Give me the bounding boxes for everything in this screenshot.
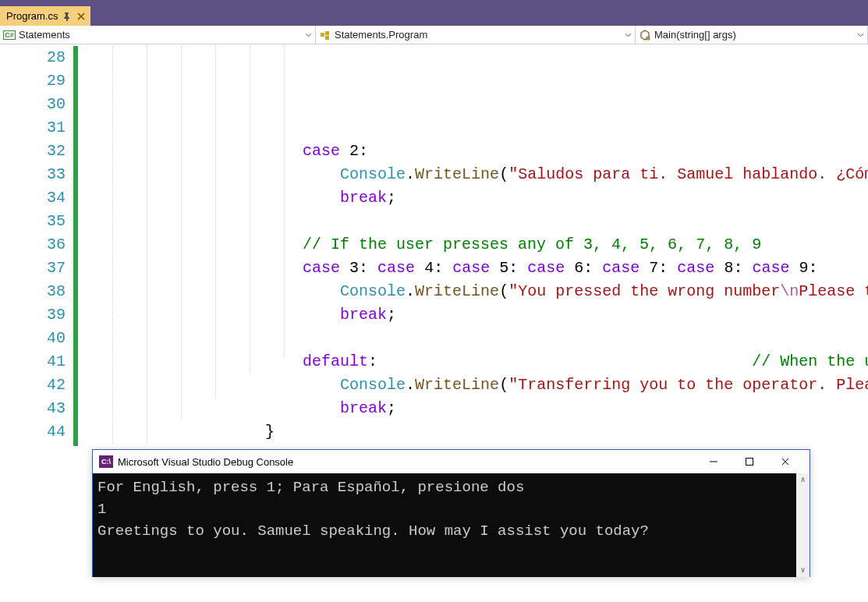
code-line[interactable]: Console.WriteLine("Transferring you to t… xyxy=(78,374,868,397)
line-number: 40 xyxy=(0,327,66,350)
console-line: 1 xyxy=(97,498,805,520)
code-line[interactable] xyxy=(78,210,868,233)
console-line: Greetings to you. Samuel speaking. How m… xyxy=(97,520,805,542)
line-number: 36 xyxy=(0,233,66,257)
line-number: 31 xyxy=(0,116,66,140)
close-button[interactable] xyxy=(767,450,803,473)
nav-class-label: Statements.Program xyxy=(335,29,427,41)
code-line[interactable]: } xyxy=(78,444,868,446)
class-icon xyxy=(319,29,331,41)
svg-rect-0 xyxy=(321,33,324,37)
line-number: 38 xyxy=(0,280,66,303)
chevron-down-icon[interactable] xyxy=(305,29,312,41)
code-line[interactable]: // If the user presses any of 3, 4, 5, 6… xyxy=(78,233,868,257)
code-area[interactable]: case 2: Console.WriteLine("Saludos para … xyxy=(78,44,868,446)
console-line: For English, press 1; Para Español, pres… xyxy=(97,476,805,498)
nav-namespace[interactable]: C# Statements xyxy=(0,26,316,44)
svg-rect-4 xyxy=(746,459,753,466)
console-app-icon: C:\ xyxy=(99,455,113,468)
nav-member-label: Main(string[] args) xyxy=(654,29,736,41)
line-number: 41 xyxy=(0,350,66,374)
line-number: 28 xyxy=(0,46,66,69)
console-scrollbar[interactable]: ∧ ∨ xyxy=(796,473,810,577)
line-number: 33 xyxy=(0,163,66,186)
debug-console-window[interactable]: C:\ Microsoft Visual Studio Debug Consol… xyxy=(92,449,810,577)
close-icon[interactable] xyxy=(76,12,86,21)
nav-breadcrumb: C# Statements Statements.Program Main(st… xyxy=(0,26,868,44)
scroll-down-icon[interactable]: ∨ xyxy=(796,564,810,577)
console-titlebar[interactable]: C:\ Microsoft Visual Studio Debug Consol… xyxy=(93,450,810,473)
code-line[interactable]: break; xyxy=(78,303,868,327)
method-icon xyxy=(639,29,651,41)
line-number: 35 xyxy=(0,210,66,233)
line-number: 32 xyxy=(0,140,66,163)
svg-rect-2 xyxy=(325,36,329,40)
nav-class[interactable]: Statements.Program xyxy=(316,26,636,44)
chevron-down-icon[interactable] xyxy=(625,29,632,41)
code-editor[interactable]: 2829303132333435363738394041424344 case … xyxy=(0,44,868,446)
tab-row: Program.cs xyxy=(0,5,868,26)
line-number: 37 xyxy=(0,257,66,280)
line-number: 34 xyxy=(0,186,66,210)
code-line[interactable]: Console.WriteLine("You pressed the wrong… xyxy=(78,280,868,303)
code-line[interactable]: case 3: case 4: case 5: case 6: case 7: … xyxy=(78,257,868,280)
code-line[interactable]: Console.WriteLine("Saludos para ti. Samu… xyxy=(78,163,868,186)
console-body[interactable]: For English, press 1; Para Español, pres… xyxy=(93,473,810,577)
nav-namespace-label: Statements xyxy=(19,29,70,41)
code-line[interactable]: } xyxy=(78,420,868,444)
tab-program-cs[interactable]: Program.cs xyxy=(0,6,90,26)
code-line[interactable]: break; xyxy=(78,186,868,210)
code-line[interactable]: break; xyxy=(78,397,868,420)
tab-title: Program.cs xyxy=(6,10,58,22)
menubar-strip xyxy=(0,0,868,5)
line-number: 42 xyxy=(0,374,66,397)
svg-rect-1 xyxy=(325,31,329,35)
code-line[interactable]: default: // When the user presses 0 xyxy=(78,350,868,374)
line-number: 43 xyxy=(0,397,66,420)
scroll-up-icon[interactable]: ∧ xyxy=(796,473,810,487)
line-number: 44 xyxy=(0,420,66,444)
line-number-gutter: 2829303132333435363738394041424344 xyxy=(0,44,73,446)
minimize-button[interactable] xyxy=(696,450,732,473)
line-number: 30 xyxy=(0,93,66,116)
chevron-down-icon[interactable] xyxy=(857,29,864,41)
line-number: 29 xyxy=(0,69,66,93)
csharp-icon: C# xyxy=(3,29,16,41)
maximize-button[interactable] xyxy=(732,450,767,473)
code-line[interactable]: case 2: xyxy=(78,140,868,163)
code-line[interactable] xyxy=(78,327,868,350)
console-title-text: Microsoft Visual Studio Debug Console xyxy=(118,456,293,468)
line-number: 39 xyxy=(0,303,66,327)
code-line[interactable] xyxy=(78,116,868,140)
pin-icon[interactable] xyxy=(62,12,72,21)
nav-member[interactable]: Main(string[] args) xyxy=(636,26,868,44)
